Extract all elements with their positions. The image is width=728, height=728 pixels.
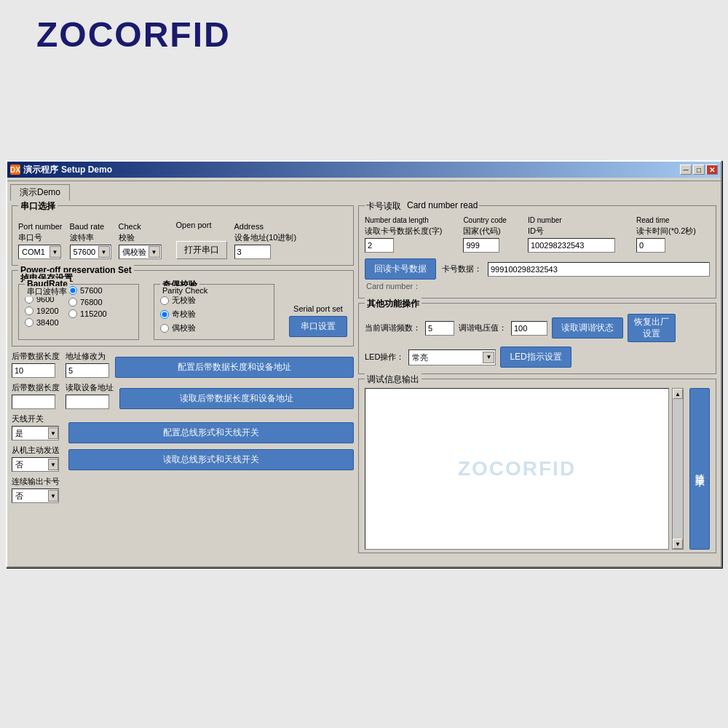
read-time-input[interactable] (636, 238, 665, 253)
app-icon: DX (10, 165, 20, 175)
led-set-button[interactable]: LED指示设置 (500, 347, 571, 368)
check-select-wrapper[interactable]: 偶校验 奇校验 无校验 ▼ (119, 245, 162, 259)
restore-line2: 设置 (643, 328, 660, 339)
card-number-label: 卡号数据： (442, 264, 482, 274)
address-input[interactable] (234, 245, 271, 259)
baud-115200-label: 115200 (80, 309, 107, 318)
open-port-label-en: Open port (176, 221, 227, 229)
restore-line1: 恢复出厂 (634, 317, 669, 327)
config-data-button[interactable]: 配置后带数据长度和设备地址 (115, 357, 354, 378)
other-func-title: 其他功能操作 (365, 298, 422, 310)
right-panel: 卡号读取 Card number read Number data length… (358, 205, 716, 553)
led-select-wrapper[interactable]: 常亮 闪烁 关闭 ▼ (408, 349, 496, 365)
scroll-down-btn[interactable]: ▼ (673, 539, 683, 549)
card-number-input[interactable] (488, 262, 710, 277)
country-code-input[interactable] (463, 238, 499, 253)
port-label-en: Port number (18, 222, 63, 231)
parity-odd-item: 奇校验 (160, 309, 268, 320)
read-bus-button[interactable]: 读取总线形式和天线开关 (68, 449, 354, 470)
baud-19200-radio[interactable] (25, 306, 33, 315)
serial-port-title: 串口选择 (18, 200, 58, 213)
baud-57600-label: 57600 (80, 286, 103, 295)
led-select[interactable]: 常亮 闪烁 关闭 (408, 349, 496, 365)
continuous-select[interactable]: 否 是 (12, 488, 59, 503)
baud-115200-radio[interactable] (68, 309, 77, 318)
data-config-row: 后带数据长度 地址修改为 配置后带数据长度和设备地址 (12, 351, 354, 378)
read-address-input[interactable] (66, 395, 109, 409)
slave-active-label: 从机主动发送 (12, 445, 60, 456)
data-len-label-en: Number data length (365, 216, 456, 224)
parity-sub-title-en: Parity Check (160, 286, 210, 295)
address-modify-input[interactable] (66, 363, 109, 378)
debug-title: 调试信息输出 (365, 373, 422, 386)
port-select-wrapper[interactable]: COM1 COM2 COM3 ▼ (18, 245, 63, 259)
parity-even-radio[interactable] (160, 324, 169, 333)
serial-set-button[interactable]: 串口设置 (289, 316, 347, 337)
titlebar: DX 演示程序 Setup Demo ─ □ ✕ (7, 162, 721, 178)
brand-logo: ZOCORFID (36, 15, 231, 55)
antenna-select-wrapper[interactable]: 是 否 ▼ (12, 426, 60, 440)
window-title: 演示程序 (23, 164, 58, 176)
window-subtitle: Setup Demo (61, 165, 112, 175)
poweroff-group: Power-off preservation Set 掉电保存设置 BaudRa… (12, 270, 354, 347)
voltage-label: 调谐电压值： (459, 323, 507, 333)
read-freq-button[interactable]: 读取调谐状态 (552, 317, 623, 339)
read-trailing-label: 后带数据长度 (12, 382, 60, 393)
parity-odd-label: 奇校验 (172, 309, 196, 320)
parity-none-radio[interactable] (160, 296, 169, 305)
address-label-en: Address (234, 222, 297, 231)
antenna-switch-label: 天线开关 (12, 414, 60, 424)
baud-38400-radio[interactable] (25, 318, 33, 327)
config-bus-button[interactable]: 配置总线形式和天线开关 (68, 422, 354, 443)
other-func-group: 其他功能操作 当前调谐频数： 调谐电压值： 读取调谐状态 恢复出厂 设置 LE (358, 303, 716, 374)
data-len-input[interactable] (365, 238, 394, 253)
baud-76800-radio[interactable] (68, 298, 77, 306)
baud-19200-label: 19200 (36, 306, 59, 315)
address-label-cn: 设备地址(10进制) (234, 232, 297, 243)
port-select[interactable]: COM1 COM2 COM3 (18, 245, 60, 259)
clear-display-button[interactable]: 清除显示 (689, 388, 710, 550)
slave-select[interactable]: 否 是 (12, 457, 59, 472)
read-data-row: 后带数据长度 读取设备地址 读取后带数据长度和设备地址 (12, 382, 354, 409)
freq-input[interactable] (425, 321, 454, 336)
baud-76800-item: 76800 (68, 298, 132, 306)
minimize-button[interactable]: ─ (680, 165, 692, 175)
read-card-button[interactable]: 回读卡号数据 (365, 258, 436, 280)
baud-57600-item: 57600 (68, 286, 132, 295)
voltage-input[interactable] (511, 321, 547, 336)
parity-odd-radio[interactable] (160, 310, 169, 319)
trailing-len-input[interactable] (12, 363, 55, 378)
debug-watermark: ZOCORFID (458, 457, 576, 480)
country-code-label-cn: 国家(代码) (463, 226, 521, 237)
antenna-select[interactable]: 是 否 (12, 426, 59, 440)
baud-115200-item: 115200 (68, 309, 132, 318)
read-data-button[interactable]: 读取后带数据长度和设备地址 (119, 388, 354, 409)
main-window: DX 演示程序 Setup Demo ─ □ ✕ 演示Demo 串口选择 (6, 160, 722, 568)
id-label-cn: ID号 (528, 226, 629, 237)
card-number-label2: Card number： (366, 282, 421, 290)
baud-select-wrapper[interactable]: 57600 9600 19200 ▼ (70, 245, 111, 259)
parity-none-label: 无校验 (172, 295, 196, 306)
close-button[interactable]: ✕ (706, 165, 718, 175)
main-tab[interactable]: 演示Demo (10, 184, 70, 201)
check-select[interactable]: 偶校验 奇校验 无校验 (119, 245, 162, 259)
slave-select-wrapper[interactable]: 否 是 ▼ (12, 457, 60, 472)
continuous-select-wrapper[interactable]: 否 是 ▼ (12, 488, 60, 503)
baud-select[interactable]: 57600 9600 19200 (70, 245, 111, 259)
read-time-label-cn: 读卡时间(*0.2秒) (636, 226, 710, 237)
baud-label-cn: 波特率 (70, 232, 111, 243)
debug-scrollbar[interactable]: ▲ ▼ (672, 388, 684, 550)
check-label-cn: 校验 (119, 232, 162, 243)
baud-38400-label: 38400 (36, 318, 59, 327)
baud-76800-label: 76800 (80, 298, 103, 306)
scroll-up-btn[interactable]: ▲ (673, 389, 683, 399)
maximize-button[interactable]: □ (693, 165, 705, 175)
read-trailing-input[interactable] (12, 395, 55, 409)
open-port-button[interactable]: 打开串口 (176, 241, 227, 259)
scroll-track[interactable] (673, 399, 683, 539)
id-label-en: ID number (528, 216, 629, 224)
restore-button[interactable]: 恢复出厂 设置 (628, 314, 676, 342)
country-code-label-en: Country code (463, 216, 521, 224)
id-input[interactable] (528, 238, 615, 253)
trailing-len-label: 后带数据长度 (12, 351, 60, 362)
